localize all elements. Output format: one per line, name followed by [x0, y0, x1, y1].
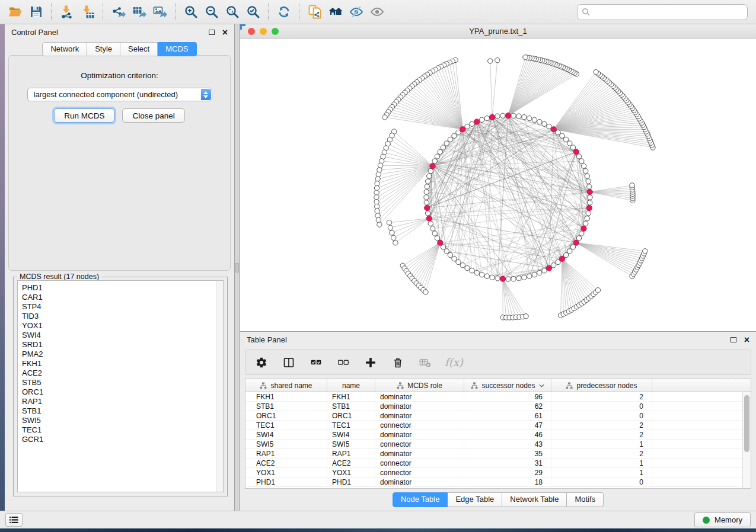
tab-network[interactable]: Network	[42, 42, 87, 56]
result-node-item[interactable]: TEC1	[22, 425, 223, 435]
cell-name[interactable]: SWI5	[327, 440, 375, 448]
network-window-titlebar[interactable]: YPA_prune.txt_1	[240, 24, 756, 39]
cell-predecessor-nodes[interactable]: 2	[551, 421, 652, 430]
cell-predecessor-nodes[interactable]: 1	[551, 459, 652, 467]
scrollbar-thumb[interactable]	[744, 395, 749, 452]
table-row[interactable]: PHD1PHD1dominator180	[245, 477, 751, 487]
table-row[interactable]: STB1STB1dominator620	[245, 402, 751, 411]
cell-successor-nodes[interactable]: 31	[464, 459, 551, 467]
result-node-item[interactable]: GCR1	[22, 435, 223, 444]
cell-shared-name[interactable]: STB1	[245, 402, 327, 411]
cell-mcds-role[interactable]: dominator	[375, 430, 464, 439]
network-graph[interactable]	[240, 39, 755, 331]
save-session-button[interactable]	[25, 2, 46, 21]
cell-name[interactable]: SWI4	[327, 430, 375, 439]
refresh-layout-button[interactable]	[273, 2, 294, 21]
deselect-all-button[interactable]	[336, 355, 351, 370]
window-close-traffic-light[interactable]	[248, 28, 255, 35]
result-node-item[interactable]: RAP1	[22, 397, 223, 406]
cell-mcds-role[interactable]: dominator	[375, 411, 464, 420]
result-node-item[interactable]: STB5	[22, 378, 223, 387]
tab-edge-table[interactable]: Edge Table	[448, 492, 502, 507]
cell-mcds-role[interactable]: connector	[375, 468, 464, 477]
delete-table-button[interactable]	[417, 355, 433, 370]
result-list-scrollbar[interactable]	[216, 281, 223, 492]
column-header-shared-name[interactable]: shared name	[245, 379, 327, 392]
table-row[interactable]: YOX1YOX1connector291	[245, 468, 751, 477]
table-row[interactable]: RAP1RAP1dominator352	[245, 449, 751, 459]
cell-shared-name[interactable]: FKH1	[245, 392, 327, 401]
cell-mcds-role[interactable]: dominator	[375, 449, 464, 458]
cell-successor-nodes[interactable]: 46	[464, 430, 551, 439]
cell-successor-nodes[interactable]: 29	[464, 468, 551, 477]
tab-motifs[interactable]: Motifs	[567, 492, 604, 507]
cell-predecessor-nodes[interactable]: 0	[551, 411, 652, 420]
cell-successor-nodes[interactable]: 35	[464, 449, 551, 458]
table-row[interactable]: TEC1TEC1connector472	[245, 421, 751, 430]
column-header-name[interactable]: name	[327, 379, 375, 392]
cell-name[interactable]: FKH1	[327, 392, 375, 401]
float-panel-icon[interactable]	[731, 337, 736, 342]
result-node-item[interactable]: YOX1	[22, 321, 223, 331]
result-node-item[interactable]: ORC1	[22, 387, 223, 397]
window-minimize-traffic-light[interactable]	[260, 28, 267, 35]
cell-shared-name[interactable]: ACE2	[245, 459, 327, 467]
network-canvas[interactable]	[240, 39, 756, 331]
float-panel-icon[interactable]	[209, 30, 215, 35]
hide-selected-button[interactable]	[346, 2, 366, 21]
cell-shared-name[interactable]: TEC1	[245, 421, 327, 430]
cell-successor-nodes[interactable]: 47	[464, 421, 551, 430]
zoom-out-button[interactable]	[201, 2, 222, 21]
cell-mcds-role[interactable]: connector	[375, 421, 464, 430]
cell-shared-name[interactable]: RAP1	[245, 449, 327, 458]
search-input[interactable]	[594, 8, 743, 17]
cell-successor-nodes[interactable]: 43	[464, 440, 551, 448]
cell-mcds-role[interactable]: connector	[375, 440, 464, 448]
zoom-fit-button[interactable]	[222, 2, 243, 21]
cell-shared-name[interactable]: PHD1	[245, 477, 327, 486]
run-mcds-button[interactable]: Run MCDS	[54, 108, 114, 123]
open-file-button[interactable]	[5, 2, 25, 21]
cell-successor-nodes[interactable]: 96	[464, 392, 551, 401]
table-row[interactable]: SWI5SWI5connector431	[245, 440, 751, 449]
cell-name[interactable]: PHD1	[327, 477, 375, 486]
tab-node-table[interactable]: Node Table	[393, 492, 448, 507]
tab-select[interactable]: Select	[120, 42, 158, 56]
column-header-successor-nodes[interactable]: successor nodes	[464, 379, 551, 392]
function-builder-icon[interactable]: f(x)	[445, 356, 463, 368]
window-zoom-traffic-light[interactable]	[272, 28, 279, 35]
cell-name[interactable]: ACE2	[327, 459, 375, 467]
cell-successor-nodes[interactable]: 61	[464, 411, 551, 420]
close-panel-icon[interactable]: ×	[744, 336, 749, 344]
cell-mcds-role[interactable]: dominator	[375, 402, 464, 411]
show-panels-button[interactable]	[5, 513, 23, 527]
cell-name[interactable]: YOX1	[327, 468, 375, 477]
cell-shared-name[interactable]: YOX1	[245, 468, 327, 477]
cell-predecessor-nodes[interactable]: 2	[551, 449, 652, 458]
cell-name[interactable]: STB1	[327, 402, 375, 411]
result-node-item[interactable]: STB1	[22, 406, 223, 416]
close-panel-button[interactable]: Close panel	[122, 108, 184, 123]
cell-predecessor-nodes[interactable]: 2	[551, 430, 652, 439]
select-all-button[interactable]	[308, 355, 324, 370]
export-image-button[interactable]	[149, 2, 170, 21]
mcds-result-list[interactable]: PHD1CAR1STP4TID3YOX1SWI4SRD1PMA2FKH1ACE2…	[17, 280, 224, 492]
cell-mcds-role[interactable]: dominator	[375, 477, 464, 486]
result-node-item[interactable]: CAR1	[22, 293, 223, 302]
cell-name[interactable]: RAP1	[327, 449, 375, 458]
table-row[interactable]: SWI4SWI4dominator462	[245, 430, 751, 440]
cell-successor-nodes[interactable]: 18	[464, 477, 551, 486]
cell-predecessor-nodes[interactable]: 1	[551, 440, 652, 448]
vertical-splitter[interactable]	[235, 24, 240, 511]
result-node-item[interactable]: SRD1	[22, 340, 223, 350]
first-neighbors-button[interactable]	[325, 2, 346, 21]
export-network-button[interactable]	[108, 2, 129, 21]
table-row[interactable]: FKH1FKH1dominator962	[245, 392, 751, 402]
tab-network-table[interactable]: Network Table	[502, 492, 567, 507]
result-node-item[interactable]: SWI5	[22, 416, 223, 425]
result-node-item[interactable]: PHD1	[22, 283, 223, 293]
cell-shared-name[interactable]: ORC1	[245, 411, 327, 420]
memory-button[interactable]: Memory	[694, 512, 751, 527]
cell-predecessor-nodes[interactable]: 0	[551, 402, 652, 411]
result-node-item[interactable]: ACE2	[22, 368, 223, 378]
